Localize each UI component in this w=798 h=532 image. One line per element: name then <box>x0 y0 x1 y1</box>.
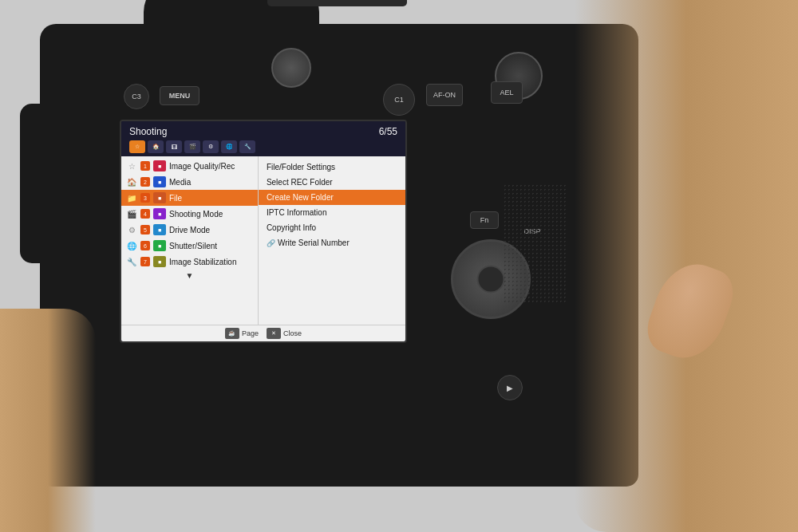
cat-tab-1[interactable]: ☆ <box>129 140 145 153</box>
quality-icon: ■ <box>153 160 166 171</box>
star-icon: ☆ <box>126 160 137 171</box>
sub-item-select-rec[interactable]: Select REC Folder <box>259 175 405 190</box>
menu-item-stabilize[interactable]: 🔧 7 ■ Image Stabilization <box>121 254 258 270</box>
star-icon-7: 🔧 <box>126 256 137 267</box>
item-label-media: Media <box>169 178 191 187</box>
star-icon-3: 📁 <box>126 192 137 203</box>
left-column: ☆ 1 ■ Image Quality/Rec 🏠 2 ■ Media <box>121 156 258 325</box>
menu-title: Shooting <box>129 126 167 137</box>
stabilize-icon: ■ <box>153 256 166 267</box>
item-label-drive: Drive Mode <box>169 226 210 234</box>
close-icon: ✕ <box>267 328 281 339</box>
c3-button[interactable]: C3 <box>124 84 149 109</box>
menu-page: 6/55 <box>379 126 397 137</box>
viewfinder-eyepiece <box>267 0 407 6</box>
menu-item-shoot[interactable]: 🎬 4 ■ Shooting Mode <box>121 206 258 222</box>
menu-item-media[interactable]: 🏠 2 ■ Media <box>121 174 258 190</box>
control-wheel-center[interactable] <box>477 266 505 294</box>
ael-button[interactable]: AEL <box>491 81 523 104</box>
right-column: File/Folder Settings Select REC Folder C… <box>258 156 405 325</box>
mode-dial[interactable] <box>271 48 311 88</box>
drive-icon: ■ <box>153 224 166 235</box>
sub-item-serial[interactable]: 🔗 Write Serial Number <box>259 235 405 250</box>
close-button[interactable]: ✕ Close <box>267 328 302 339</box>
page-button[interactable]: ☕ Page <box>225 328 259 339</box>
star-icon-4: 🎬 <box>126 208 137 219</box>
file-icon: ■ <box>153 192 166 203</box>
menu-body: ☆ 1 ■ Image Quality/Rec 🏠 2 ■ Media <box>121 156 405 325</box>
shutter-icon: ■ <box>153 240 166 251</box>
cat-tab-6[interactable]: 🌐 <box>221 140 237 153</box>
star-icon-5: ⚙ <box>126 224 137 235</box>
sub-item-folder-settings[interactable]: File/Folder Settings <box>259 160 405 175</box>
menu-content: Shooting 6/55 ☆ 🏠 🎞 🎬 ⚙ 🌐 🔧 <box>121 121 405 341</box>
sub-item-copyright[interactable]: Copyright Info <box>259 220 405 235</box>
item-num-5: 5 <box>140 225 150 234</box>
fn-button[interactable]: Fn <box>470 211 499 229</box>
item-label-shoot: Shooting Mode <box>169 210 223 219</box>
menu-item-file[interactable]: 📁 3 ■ File <box>121 190 258 206</box>
item-num-4: 4 <box>140 209 150 219</box>
grip-left <box>20 104 48 263</box>
cat-tab-7[interactable]: 🔧 <box>239 140 255 153</box>
menu-item-shutter[interactable]: 🌐 6 ■ Shutter/Silent <box>121 238 258 254</box>
item-label-file: File <box>169 194 182 203</box>
sub-item-create-folder[interactable]: Create New Folder <box>259 190 405 205</box>
item-label-quality: Image Quality/Rec <box>169 162 235 171</box>
left-hand <box>0 309 96 532</box>
page-label: Page <box>242 329 259 337</box>
cat-tab-3[interactable]: 🎞 <box>166 140 182 153</box>
category-tabs: ☆ 🏠 🎞 🎬 ⚙ 🌐 🔧 <box>121 140 405 156</box>
star-icon-6: 🌐 <box>126 240 137 251</box>
close-label: Close <box>283 329 302 337</box>
scroll-down-indicator: ▼ <box>121 270 258 282</box>
item-num-7: 7 <box>140 257 150 266</box>
menu-button[interactable]: MENU <box>160 86 200 105</box>
shoot-icon: ■ <box>153 208 166 219</box>
item-label-shutter: Shutter/Silent <box>169 242 217 250</box>
item-num-1: 1 <box>140 161 150 171</box>
item-label-stabilize: Image Stabilization <box>169 258 237 266</box>
play-button[interactable]: ▶ <box>497 375 523 400</box>
cat-tab-4[interactable]: 🎬 <box>184 140 200 153</box>
menu-item-drive[interactable]: ⚙ 5 ■ Drive Mode <box>121 222 258 238</box>
media-icon: ■ <box>153 176 166 187</box>
afon-button[interactable]: AF-ON <box>426 84 463 106</box>
menu-item-quality[interactable]: ☆ 1 ■ Image Quality/Rec <box>121 158 258 174</box>
viewfinder-hump <box>144 0 319 52</box>
item-num-2: 2 <box>140 177 150 187</box>
c1-button[interactable]: C1 <box>383 84 415 116</box>
menu-header: Shooting 6/55 <box>121 121 405 140</box>
sub-item-iptc[interactable]: IPTC Information <box>259 205 405 220</box>
item-num-6: 6 <box>140 241 150 250</box>
star-icon-2: 🏠 <box>126 176 137 187</box>
serial-prefix-icon: 🔗 <box>267 239 275 247</box>
item-num-3: 3 <box>140 193 150 203</box>
page-icon: ☕ <box>225 328 239 339</box>
camera-body: C3 MENU C1 AF-ON AEL Fn DISP ▶ <box>40 24 638 487</box>
menu-footer: ☕ Page ✕ Close <box>121 325 405 341</box>
grip-texture <box>503 183 567 303</box>
cat-tab-2[interactable]: 🏠 <box>148 140 164 153</box>
camera-scene: C3 MENU C1 AF-ON AEL Fn DISP ▶ <box>0 0 798 532</box>
sub-item-serial-label: Write Serial Number <box>278 238 350 247</box>
lcd-screen: Shooting 6/55 ☆ 🏠 🎞 🎬 ⚙ 🌐 🔧 <box>120 120 407 343</box>
cat-tab-5[interactable]: ⚙ <box>203 140 219 153</box>
